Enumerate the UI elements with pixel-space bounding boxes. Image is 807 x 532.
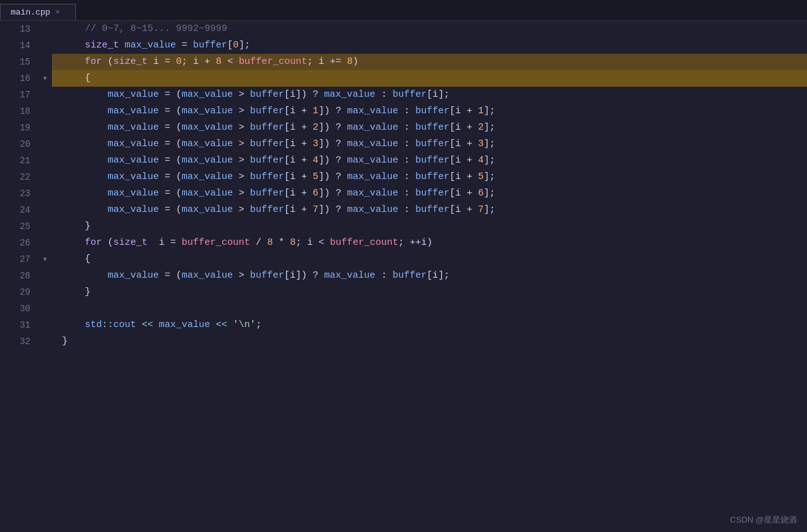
gutter-row — [38, 185, 52, 202]
gutter-row — [38, 300, 52, 317]
gutter-row — [38, 169, 52, 185]
line-number: 25 — [10, 218, 30, 235]
gutter-row — [38, 268, 52, 284]
tab-bar: main.cpp × — [0, 0, 807, 21]
gutter-row — [38, 218, 52, 235]
line-text: } — [52, 284, 101, 300]
code-line: { — [52, 251, 807, 268]
line-number: 32 — [10, 333, 30, 350]
code-line: max_value = (max_value > buffer[i + 6]) … — [52, 185, 807, 202]
tab-filename: main.cpp — [11, 8, 50, 17]
editor: 1314151617181920212223242526272829303132… — [0, 21, 807, 532]
line-text: max_value = (max_value > buffer[i + 1]) … — [52, 103, 505, 120]
gutter-row — [38, 120, 52, 136]
code-line: for (size_t i = 0; i + 8 < buffer_count;… — [52, 54, 807, 70]
code-line: max_value = (max_value > buffer[i + 4]) … — [52, 152, 807, 169]
line-number: 26 — [10, 235, 30, 251]
line-text: { — [52, 70, 101, 87]
gutter-row: ▼ — [38, 70, 52, 87]
line-text: for (size_t i = buffer_count / 8 * 8; i … — [52, 235, 442, 251]
gutter-row — [38, 284, 52, 300]
line-text: } — [52, 218, 101, 235]
tab-main-cpp[interactable]: main.cpp × — [0, 4, 76, 20]
line-number: 19 — [10, 120, 30, 136]
line-text: max_value = (max_value > buffer[i]) ? ma… — [52, 268, 460, 284]
line-text — [52, 300, 72, 317]
code-line: max_value = (max_value > buffer[i + 1]) … — [52, 103, 807, 120]
code-line: size_t max_value = buffer[0]; — [52, 37, 807, 54]
line-text: // 0~7, 8~15... 9992~9999 — [52, 21, 237, 37]
code-line: { — [52, 70, 807, 87]
gutter-row — [38, 21, 52, 37]
gutter-row — [38, 136, 52, 152]
gutter-row — [38, 87, 52, 103]
line-text: max_value = (max_value > buffer[i]) ? ma… — [52, 87, 460, 103]
line-text: max_value = (max_value > buffer[i + 6]) … — [52, 185, 505, 202]
line-text: max_value = (max_value > buffer[i + 5]) … — [52, 169, 505, 185]
code-area: 1314151617181920212223242526272829303132… — [0, 21, 807, 532]
close-icon[interactable]: × — [55, 8, 59, 17]
fold-icon[interactable]: ▼ — [43, 75, 47, 82]
fold-icon[interactable]: ▼ — [43, 256, 47, 263]
line-text: for (size_t i = 0; i + 8 < buffer_count;… — [52, 54, 368, 70]
line-text: std::cout << max_value << '\n'; — [52, 317, 272, 333]
line-number: 18 — [10, 103, 30, 120]
line-text: size_t max_value = buffer[0]; — [52, 37, 260, 54]
line-number: 17 — [10, 87, 30, 103]
line-number: 14 — [10, 37, 30, 54]
line-number: 28 — [10, 268, 30, 284]
gutter-row — [38, 202, 52, 218]
line-text: } — [52, 333, 78, 350]
line-text: max_value = (max_value > buffer[i + 3]) … — [52, 136, 505, 152]
line-text: max_value = (max_value > buffer[i + 7]) … — [52, 202, 505, 218]
code-line: max_value = (max_value > buffer[i]) ? ma… — [52, 87, 807, 103]
line-number: 31 — [10, 317, 30, 333]
code-line: max_value = (max_value > buffer[i + 3]) … — [52, 136, 807, 152]
line-number: 21 — [10, 152, 30, 169]
code-line — [52, 300, 807, 317]
gutter-row — [38, 54, 52, 70]
line-number: 30 — [10, 300, 30, 317]
line-number: 13 — [10, 21, 30, 37]
gutter-row — [38, 235, 52, 251]
gutter-row — [38, 333, 52, 350]
code-line: max_value = (max_value > buffer[i + 2]) … — [52, 120, 807, 136]
line-text: max_value = (max_value > buffer[i + 2]) … — [52, 120, 505, 136]
line-number: 20 — [10, 136, 30, 152]
gutter-row — [38, 103, 52, 120]
code-line: for (size_t i = buffer_count / 8 * 8; i … — [52, 235, 807, 251]
watermark: CSDN @星星烧酒 — [730, 514, 797, 526]
code-line: max_value = (max_value > buffer[i]) ? ma… — [52, 268, 807, 284]
line-text: max_value = (max_value > buffer[i + 4]) … — [52, 152, 505, 169]
code-line: } — [52, 284, 807, 300]
code-line: } — [52, 218, 807, 235]
line-numbers: 1314151617181920212223242526272829303132 — [0, 21, 38, 532]
line-number: 23 — [10, 185, 30, 202]
line-text: { — [52, 251, 101, 268]
line-number: 24 — [10, 202, 30, 218]
line-number: 16 — [10, 70, 30, 87]
gutter: ▼▼ — [38, 21, 52, 532]
gutter-row: ▼ — [38, 251, 52, 268]
gutter-row — [38, 37, 52, 54]
gutter-row — [38, 317, 52, 333]
line-number: 15 — [10, 54, 30, 70]
line-number: 29 — [10, 284, 30, 300]
code-line: max_value = (max_value > buffer[i + 7]) … — [52, 202, 807, 218]
code-line: } — [52, 333, 807, 350]
line-number: 22 — [10, 169, 30, 185]
code-line: max_value = (max_value > buffer[i + 5]) … — [52, 169, 807, 185]
code-line: std::cout << max_value << '\n'; — [52, 317, 807, 333]
gutter-row — [38, 152, 52, 169]
line-number: 27 — [10, 251, 30, 268]
code-line: // 0~7, 8~15... 9992~9999 — [52, 21, 807, 37]
code-content[interactable]: // 0~7, 8~15... 9992~9999 size_t max_val… — [52, 21, 807, 532]
